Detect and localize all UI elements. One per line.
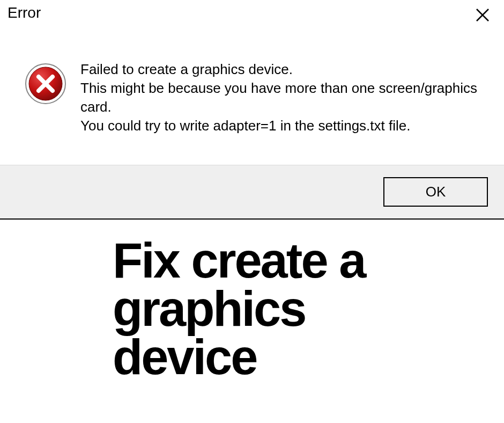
error-icon <box>24 62 67 105</box>
dialog-body: Failed to create a graphics device. This… <box>0 28 504 165</box>
button-bar: OK <box>0 165 504 218</box>
ok-button[interactable]: OK <box>383 177 488 207</box>
headline-text: Fix create a graphics device <box>113 236 445 381</box>
error-dialog: Error <box>0 0 504 220</box>
error-message: Failed to create a graphics device. This… <box>80 60 488 135</box>
message-line-2: This might be because you have more than… <box>80 79 488 116</box>
close-button[interactable] <box>471 4 494 28</box>
dialog-title: Error <box>8 4 41 21</box>
ok-button-label: OK <box>426 184 446 200</box>
close-icon <box>475 8 490 23</box>
message-line-1: Failed to create a graphics device. <box>80 60 488 79</box>
message-line-3: You could try to write adapter=1 in the … <box>80 116 488 135</box>
titlebar: Error <box>0 0 504 28</box>
